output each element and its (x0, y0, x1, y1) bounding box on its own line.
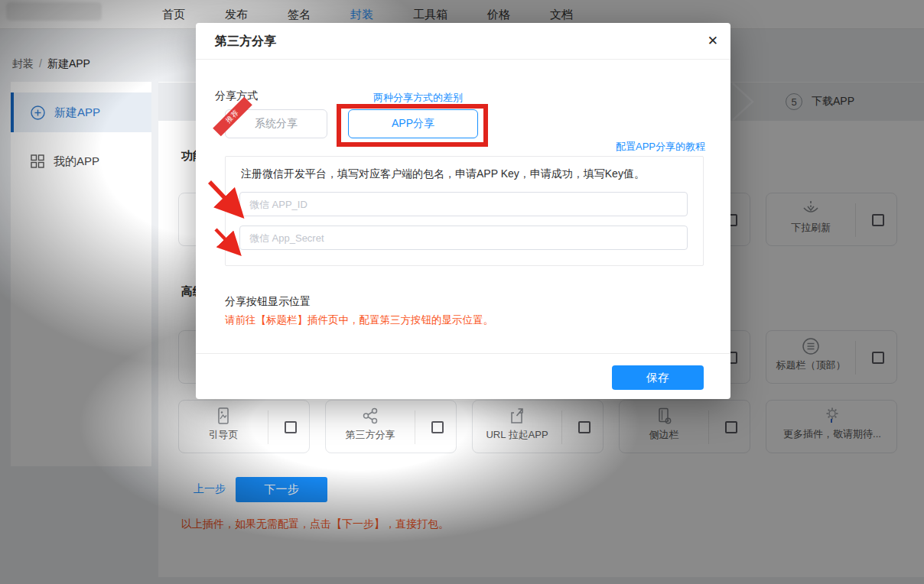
gear-icon (822, 405, 842, 425)
app-share-tutorial-link[interactable]: 配置APP分享的教程 (616, 140, 705, 154)
step-number-badge: 5 (786, 93, 802, 110)
system-share-button[interactable]: 系统分享 推荐 (225, 109, 327, 138)
nav-item-docs[interactable]: 文档 (530, 8, 593, 22)
sidebar-item-my-apps[interactable]: 我的APP (11, 141, 151, 181)
nav-item-toolbox[interactable]: 工具箱 (393, 8, 467, 22)
breadcrumb-separator: / (39, 57, 42, 70)
prev-step-link[interactable]: 上一步 (194, 482, 226, 496)
plus-circle-icon (31, 105, 45, 120)
modal-title: 第三方分享 (215, 23, 276, 60)
plugin-card-title-bar[interactable]: 标题栏（顶部） (766, 330, 897, 384)
step-5: 5 下载APP (786, 83, 854, 121)
plugin-checkbox[interactable] (285, 421, 297, 433)
modal-header: 第三方分享 ✕ (196, 23, 730, 60)
plugin-label: 引导页 (209, 428, 239, 442)
plugin-card-pull-refresh[interactable]: 下拉刷新 (766, 193, 897, 246)
plugin-label: 侧边栏 (649, 428, 679, 442)
share-mode-label: 分享方式 (215, 89, 258, 103)
wechat-appid-input[interactable] (239, 192, 688, 216)
breadcrumb-current: 新建APP (47, 57, 90, 70)
plugin-label: 标题栏（顶部） (776, 359, 846, 372)
sidebar-item-label: 新建APP (54, 105, 100, 120)
plugin-label: 下拉刷新 (791, 221, 831, 235)
wechat-config-panel: 注册微信开发平台，填写对应客户端的包名，申请APP Key，申请成功，填写Key… (225, 156, 704, 266)
nav-item-price[interactable]: 价格 (467, 8, 530, 22)
share-button-position-note: 请前往【标题栏】插件页中，配置第三方按钮的显示位置。 (225, 313, 493, 327)
step-label: 下载APP (812, 95, 854, 109)
title-bar-icon (801, 336, 821, 356)
plugin-label: URL 拉起APP (486, 428, 548, 442)
system-share-label: 系统分享 (255, 117, 298, 129)
wechat-config-instructions: 注册微信开发平台，填写对应客户端的包名，申请APP Key，申请成功，填写Key… (241, 167, 645, 181)
save-button[interactable]: 保存 (612, 365, 704, 390)
plugin-checkbox[interactable] (872, 352, 884, 364)
plugin-card-guide-page[interactable]: 引导页 (178, 400, 310, 453)
side-drawer-icon (654, 406, 674, 426)
share-nodes-icon (360, 406, 380, 426)
app-logo (6, 2, 102, 21)
share-button-position-label: 分享按钮显示位置 (225, 295, 311, 309)
app-share-button[interactable]: APP分享 (348, 109, 478, 138)
breadcrumb: 封装/新建APP (12, 57, 90, 71)
next-step-button[interactable]: 下一步 (236, 477, 327, 502)
plugin-label: 第三方分享 (346, 428, 395, 442)
sidebar-item-new-app[interactable]: 新建APP (11, 92, 151, 132)
plugin-card-sidebar[interactable]: 侧边栏 (619, 400, 750, 453)
nav-item-home[interactable]: 首页 (142, 8, 205, 22)
plugin-checkbox[interactable] (872, 214, 884, 226)
guide-page-icon (213, 406, 233, 426)
plugin-card-more-coming: 更多插件，敬请期待... (766, 400, 897, 453)
plugins-note: 以上插件，如果无需配置，点击【下一步】，直接打包。 (181, 517, 449, 531)
plugin-card-third-party-share[interactable]: 第三方分享 (325, 400, 457, 453)
plugin-card-url-launch[interactable]: URL 拉起APP (472, 400, 604, 453)
wechat-secret-input[interactable] (239, 225, 688, 250)
pull-refresh-icon (801, 199, 821, 219)
plugin-checkbox[interactable] (578, 421, 591, 433)
grid-icon (31, 154, 44, 168)
plugin-label: 更多插件，敬请期待... (783, 427, 881, 441)
page: 首页 发布 签名 封装 工具箱 价格 文档 封装/新建APP 新建APP (0, 0, 924, 584)
plugin-checkbox[interactable] (725, 421, 737, 433)
plugin-checkbox[interactable] (431, 421, 444, 433)
nav-item-sign[interactable]: 签名 (268, 8, 330, 22)
recommend-ribbon-label: 推荐 (223, 108, 241, 125)
breadcrumb-root[interactable]: 封装 (12, 57, 34, 70)
sidebar-item-label: 我的APP (54, 154, 99, 169)
url-launch-icon (507, 406, 527, 426)
sidebar: 新建APP 我的APP (11, 82, 151, 466)
nav-item-publish[interactable]: 发布 (205, 8, 268, 22)
close-icon[interactable]: ✕ (708, 33, 718, 50)
advanced-plugins-row2: 引导页 第三方分享 (178, 400, 920, 453)
share-mode-diff-link[interactable]: 两种分享方式的差别 (373, 91, 463, 105)
third-party-share-modal: 第三方分享 ✕ 分享方式 两种分享方式的差别 系统分享 推荐 APP分享 配置A… (196, 23, 730, 399)
nav-item-package[interactable]: 封装 (330, 8, 393, 22)
modal-footer: 保存 (196, 353, 730, 399)
step-chevron-icon (730, 83, 756, 121)
